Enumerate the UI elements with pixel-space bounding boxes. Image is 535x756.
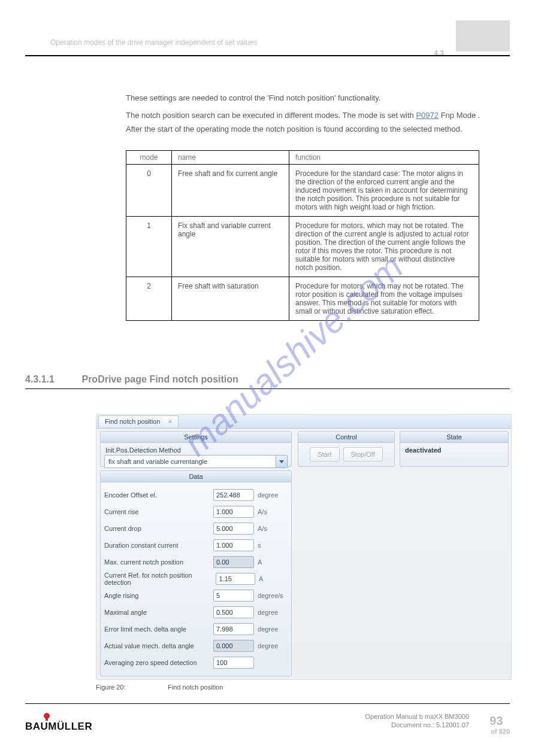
page-of: of 820 [491, 728, 510, 735]
cell-name: Free shaft and fix current angle [172, 165, 289, 217]
cell-func: Procedure for motors, which may not be r… [289, 217, 479, 277]
data-row-label: Duration constant current [104, 542, 213, 549]
table-row: 2 Free shaft with saturation Procedure f… [126, 277, 479, 321]
col-name: name [172, 151, 289, 165]
data-row-unit: degree [258, 626, 288, 633]
cell-name: Free shaft with saturation [172, 277, 289, 321]
data-row-unit: A/s [258, 525, 288, 532]
param-link[interactable]: P0972 [416, 111, 439, 120]
data-row: Actual value mech. delta angle0.000degre… [104, 638, 288, 654]
cell-mode: 2 [126, 277, 172, 321]
section-header: 4.3.1.1 ProDrive page Find notch positio… [25, 374, 510, 389]
data-row-label: Max. current notch position [104, 558, 213, 566]
page-header: Operation modes of the drive manager ind… [25, 20, 510, 51]
chevron-down-icon[interactable] [276, 456, 287, 467]
svg-text:BAUMÜLLER: BAUMÜLLER [25, 721, 92, 732]
figure-label: Figure 20: [96, 684, 126, 691]
tab-label: Find notch position [105, 418, 160, 425]
header-section-text: Operation modes of the drive manager ind… [50, 38, 258, 47]
table-head-row: mode name function [126, 151, 479, 165]
col-mode: mode [126, 151, 172, 165]
panel-header-state: State [400, 432, 508, 443]
data-row-unit: s [258, 542, 288, 549]
col-function: function [289, 151, 479, 165]
data-row-label: Actual value mech. delta angle [104, 642, 213, 649]
intro-line2: The notch position search can be execute… [126, 110, 504, 122]
cell-mode: 1 [126, 217, 172, 277]
section-rule [25, 388, 510, 389]
start-button[interactable]: Start [310, 447, 339, 462]
table-row: 1 Fix shaft and variable current angle P… [126, 217, 479, 277]
cell-mode: 0 [126, 165, 172, 217]
stop-button[interactable]: Stop/Off [343, 447, 383, 462]
data-row-input[interactable]: 1.15 [216, 573, 255, 585]
data-row: Current rise1.000A/s [104, 504, 288, 520]
data-row-unit: A [259, 575, 288, 582]
intro-text: These settings are needed to control the… [126, 93, 504, 135]
data-row-unit: degree [258, 642, 288, 649]
control-body: Start Stop/Off [298, 443, 394, 466]
panel-header-settings: Settings [101, 432, 291, 443]
panel-control: Control Start Stop/Off [298, 431, 395, 467]
section-title: ProDrive page Find notch position [81, 374, 238, 384]
settings-body: Init.Pos.Detection Method fix shaft and … [101, 443, 291, 470]
cell-func: Procedure for motors, which may not be r… [289, 277, 479, 321]
intro-line2-tail: . [478, 111, 480, 120]
header-rule [25, 55, 510, 56]
state-value: deactivated [400, 443, 508, 457]
close-icon[interactable]: × [168, 418, 171, 425]
data-row-label: Averaging zero speed detection [104, 659, 213, 666]
panel-settings: Settings Init.Pos.Detection Method fix s… [100, 431, 292, 467]
data-row-input[interactable]: 252.488 [213, 489, 254, 501]
data-body: Encoder Offset el.252.488degreeCurrent r… [101, 482, 291, 673]
data-row-input[interactable]: 5.000 [213, 523, 254, 535]
data-row-input[interactable]: 7.998 [213, 623, 254, 635]
data-row-label: Angle rising [104, 592, 213, 599]
data-row-label: Current drop [104, 525, 213, 532]
data-row-label: Maximal angle [104, 609, 213, 616]
intro-sub: After the start of the operating mode th… [126, 124, 504, 135]
param-name: Fnp Mode [441, 111, 476, 120]
data-row-label: Current Ref. for notch position detectio… [104, 572, 216, 586]
data-row: Current drop5.000A/s [104, 521, 288, 536]
data-row-unit: A/s [258, 508, 288, 515]
panel-data: Data Encoder Offset el.252.488degreeCurr… [100, 470, 292, 676]
data-row-label: Encoder Offset el. [104, 491, 213, 499]
header-top: Operation modes of the drive manager ind… [25, 20, 510, 51]
page-number: 93 of 820 [489, 714, 510, 735]
data-row-input[interactable]: 100 [213, 657, 254, 669]
tab-find-notch[interactable]: Find notch position × [98, 415, 179, 427]
ipdm-dropdown[interactable]: fix shaft and variable currentangle [104, 455, 288, 468]
ipdm-label: Init.Pos.Detection Method [105, 447, 288, 454]
ipdm-value: fix shaft and variable currentangle [108, 458, 207, 465]
data-row-input[interactable]: 0.500 [213, 606, 254, 618]
data-row-input[interactable]: 1.000 [213, 506, 254, 518]
data-row-unit: A [258, 558, 288, 566]
data-row-label: Error limit mech. delta angle [104, 626, 213, 633]
footer-doc-id: Document no.: 5.12001.07 [365, 721, 469, 729]
data-row-label: Current rise [104, 508, 213, 515]
footer-manual-title: Operation Manual b maXX BM3000 [365, 712, 469, 721]
data-row: Encoder Offset el.252.488degree [104, 487, 288, 503]
section-number: 4.3.1.1 [25, 374, 79, 385]
baumuller-logo: BAUMÜLLER [25, 712, 109, 733]
figure-desc: Find notch position [168, 684, 223, 691]
data-row: Angle rising5degree/s [104, 588, 288, 603]
header-grey-box [456, 20, 510, 51]
data-row: Maximal angle0.500degree [104, 605, 288, 620]
data-row: Duration constant current1.000s [104, 538, 288, 553]
footer-right: Operation Manual b maXX BM3000 Document … [365, 712, 469, 730]
panel-header-control: Control [298, 432, 394, 443]
table-row: 0 Free shaft and fix current angle Proce… [126, 165, 479, 217]
data-row-input[interactable]: 5 [213, 590, 254, 602]
footer-rule [25, 703, 510, 704]
data-row-unit: degree [258, 609, 288, 616]
data-row-unit: degree/s [258, 592, 288, 599]
data-row-input[interactable]: 1.000 [213, 539, 254, 551]
panel-header-data: Data [101, 471, 291, 482]
intro-line2-a: The notch position search can be execute… [126, 111, 416, 120]
mode-table: mode name function 0 Free shaft and fix … [126, 150, 479, 321]
data-row-input: 0.000 [213, 640, 254, 652]
prodrive-window: Find notch position × Settings Init.Pos.… [96, 414, 512, 680]
intro-line1: These settings are needed to control the… [126, 93, 504, 104]
